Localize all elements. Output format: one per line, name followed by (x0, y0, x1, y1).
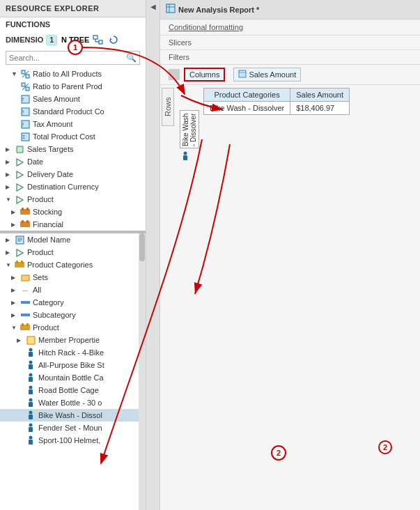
destination-icon (14, 181, 25, 192)
allpurpose-icon (25, 360, 36, 371)
columns-badge[interactable]: Columns (184, 68, 225, 82)
stocking-label: Stocking (33, 208, 62, 216)
collapse-icon[interactable]: ◀ (150, 3, 156, 10)
tree-item-category[interactable]: Category (0, 296, 146, 309)
expand-icon (11, 274, 20, 281)
conditional-formatting-row[interactable]: Conditional formatting (160, 20, 420, 36)
product-sub-label: Product (33, 323, 59, 332)
tree-item-tax[interactable]: f Tax Amount (0, 118, 146, 130)
tree-item-product-categories[interactable]: Product Categories (0, 258, 146, 271)
expand-icon: ▼ (11, 70, 20, 77)
tree-item-road[interactable]: Road Bottle Cage (0, 384, 146, 396)
cell-sales: $18,406.97 (290, 102, 350, 115)
category-label: Category (33, 298, 64, 307)
fender-icon (25, 422, 36, 433)
tree-item-mountain[interactable]: Mountain Bottle Ca (0, 371, 146, 384)
tree-item-product-top[interactable]: Product (0, 193, 146, 206)
tree-item-sales-targets[interactable]: Sales Targets (0, 143, 146, 155)
sport100-label: Sport-100 Helmet, (38, 436, 100, 445)
date-label: Date (27, 157, 43, 166)
member-label: Member Propertie (38, 336, 100, 344)
svg-text:f: f (22, 97, 24, 102)
svg-rect-45 (29, 377, 33, 382)
svg-text:f: f (22, 122, 24, 127)
top-section: FUNCTIONS DIMENSIO 1 N TREE 🔍 (0, 17, 146, 231)
tree-item-ratio-all[interactable]: ▼ Ratio to All Products (0, 68, 146, 80)
dimensions-bar: DIMENSIO 1 N TREE (0, 31, 146, 48)
expand-icon (6, 171, 14, 178)
tree-item-fender[interactable]: Fender Set - Moun (0, 422, 146, 434)
svg-rect-37 (22, 323, 24, 326)
tree-item-sport100[interactable]: Sport-100 Helmet, (0, 434, 146, 447)
road-icon (25, 385, 36, 396)
svg-point-61 (184, 152, 187, 155)
sales-targets-icon (14, 144, 25, 155)
slicers-row[interactable]: Slicers (160, 36, 420, 50)
tree-item-standard[interactable]: f Standard Product Co (0, 105, 146, 118)
tree-icon-1[interactable] (92, 33, 104, 46)
sales-amount-badge[interactable]: Sales Amount (233, 68, 301, 82)
tree-item-ratio-parent[interactable]: Ratio to Parent Prod (0, 80, 146, 93)
delivery-icon (14, 169, 25, 180)
search-box[interactable]: 🔍 (6, 51, 140, 65)
svg-rect-53 (29, 427, 33, 432)
svg-rect-47 (29, 389, 33, 394)
filters-row[interactable]: Filters (160, 50, 420, 65)
tree-item-date[interactable]: Date (0, 155, 146, 168)
sport100-icon (25, 435, 36, 446)
collapse-panel[interactable]: ◀ (146, 0, 160, 510)
ratio-parent-icon (20, 81, 31, 92)
conditional-formatting-link[interactable]: Conditional formatting (169, 23, 243, 31)
annotation-2: 2 (378, 440, 392, 454)
svg-rect-31 (16, 261, 18, 263)
tree-item-delivery[interactable]: Delivery Date (0, 168, 146, 180)
financial-icon (20, 219, 31, 230)
tree-item-product-sub[interactable]: Product (0, 321, 146, 334)
tree-item-hitch[interactable]: Hitch Rack - 4-Bike (0, 346, 146, 359)
tree-item-member[interactable]: Member Propertie (0, 334, 146, 346)
tree-item-stocking[interactable]: Stocking (0, 206, 146, 218)
tree-item-model-name[interactable]: Model Name (0, 233, 146, 246)
svg-rect-34 (21, 301, 30, 304)
tree-item-bikewash[interactable]: Bike Wash - Dissol (0, 409, 146, 422)
refresh-icon[interactable] (107, 33, 120, 46)
tree-item-financial[interactable]: Financial (0, 218, 146, 231)
tree-item-sales-amount[interactable]: f Sales Amount (0, 93, 146, 105)
svg-rect-62 (183, 155, 187, 160)
expand-icon (11, 324, 20, 331)
all-icon: — (20, 284, 31, 295)
mountain-label: Mountain Bottle Ca (38, 373, 104, 382)
svg-rect-32 (21, 261, 23, 263)
tab-title: New Analysis Report * (178, 6, 259, 14)
product-b-icon (14, 247, 25, 258)
svg-point-52 (29, 424, 33, 427)
resource-explorer-header: RESOURCE EXPLORER (0, 0, 146, 17)
svg-rect-59 (239, 70, 246, 77)
expand-icon (6, 261, 14, 268)
delivery-label: Delivery Date (27, 170, 73, 178)
table-row: Bike Wash - Dissolver $18,406.97 (204, 102, 350, 115)
product-b-label: Product (27, 248, 54, 256)
svg-rect-55 (29, 440, 33, 445)
functions-label: FUNCTIONS (0, 17, 146, 31)
search-input[interactable] (9, 54, 126, 62)
tree-item-product-b[interactable]: Product (0, 246, 146, 258)
tab-bar: New Analysis Report * (160, 0, 420, 20)
tree-item-water[interactable]: Water Bottle - 30 o (0, 396, 146, 409)
all-label: All (33, 286, 41, 294)
dimensions-badge: 1 (46, 35, 57, 45)
sets-label: Sets (33, 273, 48, 281)
tree-item-all[interactable]: — All (0, 284, 146, 296)
svg-rect-56 (166, 4, 175, 13)
rows-vertical-container: Rows (162, 88, 174, 126)
tree-item-subcategory[interactable]: Subcategory (0, 309, 146, 321)
tree-item-sets[interactable]: Sets (0, 271, 146, 284)
tree-item-allpurpose[interactable]: All-Purpose Bike St (0, 359, 146, 371)
tree-item-destination[interactable]: Destination Currency (0, 180, 146, 193)
svg-rect-41 (29, 352, 33, 357)
bikewash-vertical-text: Bike Wash - Dissolver (180, 110, 199, 148)
svg-point-40 (29, 348, 33, 352)
expand-icon (11, 311, 20, 318)
tree-item-total[interactable]: Σ Total Product Cost (0, 130, 146, 143)
hitch-label: Hitch Rack - 4-Bike (38, 348, 104, 357)
